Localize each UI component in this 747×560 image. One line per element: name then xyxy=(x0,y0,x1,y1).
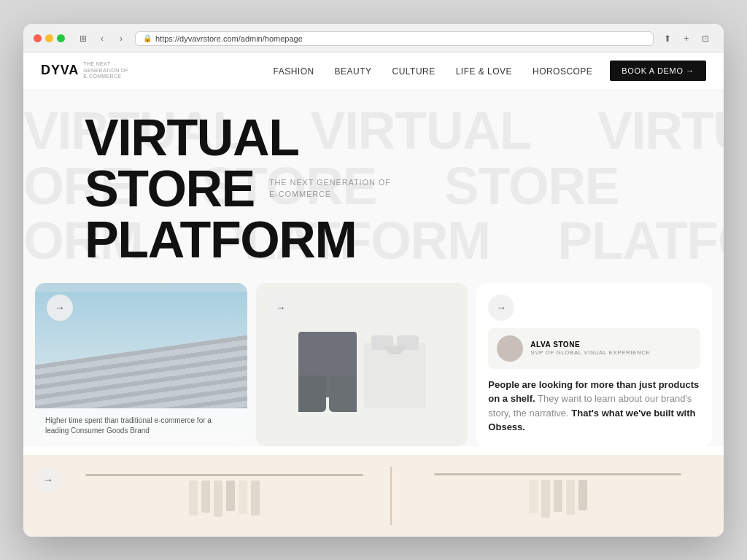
card-quote: → ALVA STONE SVP OF GLOBAL VISUAL EXPERI… xyxy=(476,283,712,446)
hero-line-1: VIRTUAL xyxy=(85,112,391,163)
quote-text: People are looking for more than just pr… xyxy=(488,378,700,435)
sidebar-icon[interactable]: ⊞ xyxy=(75,31,91,46)
person-name: ALVA STONE xyxy=(530,341,650,349)
close-button[interactable] xyxy=(34,34,42,42)
bottom-arrow[interactable]: → xyxy=(35,467,61,493)
hero-title: VIRTUAL STORE THE NEXT GENERATION OF E-C… xyxy=(85,112,391,265)
hanger-visual-left xyxy=(70,467,379,525)
hero-line-3: PLATFORM xyxy=(85,214,391,265)
hero-content: VIRTUAL STORE THE NEXT GENERATION OF E-C… xyxy=(41,112,706,265)
nav-item-culture[interactable]: CULTURE xyxy=(392,64,436,77)
card-1-arrow[interactable]: → xyxy=(47,295,73,321)
address-bar[interactable]: 🔒 https://dyvavrstore.com/admin/homepage xyxy=(135,31,654,46)
nav-item-life-love[interactable]: LIFE & LOVE xyxy=(456,64,512,77)
downloads-icon[interactable]: ⊡ xyxy=(697,31,713,46)
forward-icon[interactable]: › xyxy=(113,31,129,46)
browser-action-icons: ⬆ + ⊡ xyxy=(659,31,713,46)
share-icon[interactable]: ⬆ xyxy=(659,31,676,46)
lock-icon: 🔒 xyxy=(143,34,152,42)
url-text: https://dyvavrstore.com/admin/homepage xyxy=(155,34,303,43)
bottom-section: → xyxy=(23,455,724,537)
back-icon[interactable]: ‹ xyxy=(94,31,110,46)
cards-section: → Higher time spent than traditional e-c… xyxy=(23,283,724,446)
hanger-visual-right xyxy=(403,467,712,525)
hero-subtitle-1: THE NEXT GENERATION OF xyxy=(269,177,391,188)
traffic-lights xyxy=(34,34,65,42)
card-1-caption-text: Higher time spent than traditional e-com… xyxy=(45,416,237,436)
card-3-arrow[interactable]: → xyxy=(488,295,514,321)
maximize-button[interactable] xyxy=(57,34,65,42)
card-clothing: → xyxy=(256,283,468,446)
logo[interactable]: DYVA xyxy=(41,63,79,78)
bottom-image-area xyxy=(70,467,712,525)
browser-nav-icons: ⊞ ‹ › xyxy=(75,31,129,46)
nav-item-horoscope[interactable]: HOROSCOPE xyxy=(533,64,592,77)
card-3-header: ALVA STONE SVP OF GLOBAL VISUAL EXPERIEN… xyxy=(488,328,700,369)
book-demo-button[interactable]: BOOK A DEMO → xyxy=(610,61,706,81)
browser-chrome: ⊞ ‹ › 🔒 https://dyvavrstore.com/admin/ho… xyxy=(23,24,724,52)
card-building: → Higher time spent than traditional e-c… xyxy=(35,283,247,446)
hero-line-2: STORE xyxy=(85,163,255,214)
nav-item-fashion[interactable]: FASHION xyxy=(274,64,314,77)
logo-tagline: THE NEXT GENERATION OF E-COMMERCE xyxy=(83,61,134,79)
card-2-arrow[interactable]: → xyxy=(268,295,294,321)
person-info: ALVA STONE SVP OF GLOBAL VISUAL EXPERIEN… xyxy=(530,341,650,356)
hero-section: VIRTUAL VIRTUAL VIRTUAL ORE STORE STORE … xyxy=(23,90,724,283)
nav-item-beauty[interactable]: BEAUTY xyxy=(335,64,372,77)
section-divider xyxy=(390,467,392,525)
logo-area: DYVA THE NEXT GENERATION OF E-COMMERCE xyxy=(41,61,134,79)
person-title: SVP OF GLOBAL VISUAL EXPERIENCE xyxy=(530,349,650,356)
nav-links: FASHION BEAUTY CULTURE LIFE & LOVE HOROS… xyxy=(274,64,593,77)
hero-subtitle-2: E-COMMERCE xyxy=(269,189,391,200)
minimize-button[interactable] xyxy=(45,34,53,42)
main-nav: DYVA THE NEXT GENERATION OF E-COMMERCE F… xyxy=(23,52,724,90)
browser-window: ⊞ ‹ › 🔒 https://dyvavrstore.com/admin/ho… xyxy=(23,24,724,537)
avatar xyxy=(497,335,523,362)
card-1-caption: Higher time spent than traditional e-com… xyxy=(35,408,247,446)
add-tab-icon[interactable]: + xyxy=(678,31,694,46)
